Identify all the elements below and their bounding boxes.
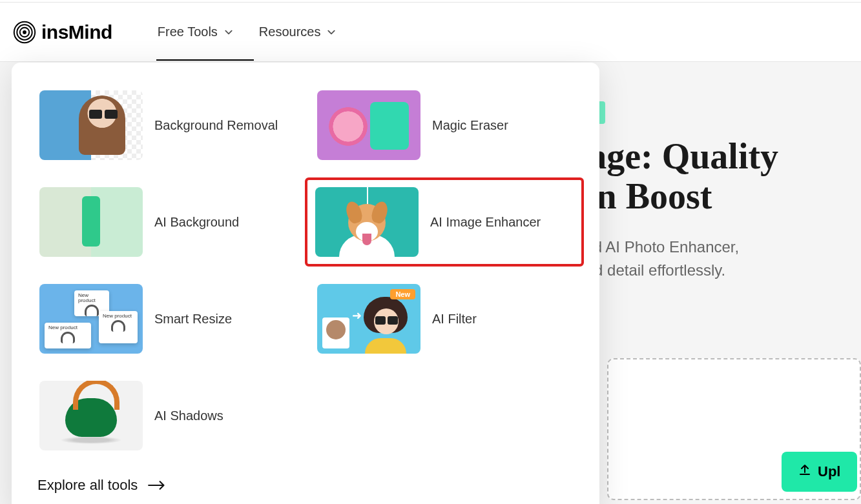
nav-resources-label: Resources xyxy=(259,25,321,39)
tool-thumbnail xyxy=(39,381,143,450)
svg-point-3 xyxy=(23,30,26,34)
hero-description: Mind AI Photo Enhancer, , and detail eff… xyxy=(568,236,861,282)
tool-thumbnail: New ➜ xyxy=(317,284,420,354)
hero-title-line1: nage: Quality xyxy=(568,136,778,176)
tool-label: AI Filter xyxy=(432,312,477,327)
tool-background-removal[interactable]: Background Removal xyxy=(37,88,296,162)
nav-free-tools[interactable]: Free Tools xyxy=(158,4,233,60)
primary-nav: Free Tools Resources xyxy=(158,4,337,60)
upload-icon xyxy=(798,463,811,480)
explore-all-tools[interactable]: Explore all tools xyxy=(37,477,574,494)
tool-label: Background Removal xyxy=(154,118,278,133)
site-header: insMind Free Tools Resources xyxy=(0,3,861,62)
upload-button-label: Upl xyxy=(818,463,840,480)
arrow-right-icon xyxy=(148,477,166,494)
tool-ai-background[interactable]: AI Background xyxy=(37,185,296,259)
tool-magic-eraser[interactable]: Magic Eraser xyxy=(315,88,574,162)
tool-label: Magic Eraser xyxy=(432,118,508,133)
card-text: New product xyxy=(103,313,132,319)
tool-thumbnail xyxy=(39,187,143,257)
free-tools-dropdown: Background Removal Magic Eraser AI Backg… xyxy=(12,63,599,504)
nav-free-tools-label: Free Tools xyxy=(158,25,218,39)
tool-ai-shadows[interactable]: AI Shadows xyxy=(37,379,296,452)
brand-logo[interactable]: insMind xyxy=(13,21,112,44)
explore-label: Explore all tools xyxy=(37,477,138,494)
upload-button[interactable]: Upl xyxy=(782,452,857,492)
chevron-down-icon xyxy=(224,28,233,37)
tool-label: Smart Resize xyxy=(154,312,232,327)
tool-thumbnail xyxy=(39,90,143,160)
tool-thumbnail xyxy=(317,90,420,160)
card-text: New product xyxy=(48,325,78,330)
tool-grid: Background Removal Magic Eraser AI Backg… xyxy=(37,88,574,452)
brand-name: insMind xyxy=(41,21,112,43)
tool-ai-filter[interactable]: New ➜ AI Filter xyxy=(315,282,574,356)
tool-thumbnail xyxy=(315,187,419,257)
tool-thumbnail: New product New product New product xyxy=(39,284,143,354)
card-text: New product xyxy=(78,292,96,303)
tool-label: AI Background xyxy=(154,215,239,230)
insmind-logo-icon xyxy=(13,21,36,44)
new-badge: New xyxy=(390,289,415,299)
chevron-down-icon xyxy=(327,28,336,37)
tool-smart-resize[interactable]: New product New product New product Smar… xyxy=(37,282,296,356)
tool-label: AI Image Enhancer xyxy=(430,215,541,230)
nav-resources[interactable]: Resources xyxy=(259,4,337,60)
tool-label: AI Shadows xyxy=(154,408,223,423)
tool-ai-image-enhancer[interactable]: AI Image Enhancer xyxy=(305,177,584,267)
hero-title: nage: Quality ion Boost xyxy=(568,137,861,216)
arrow-right-icon: ➜ xyxy=(352,308,362,323)
